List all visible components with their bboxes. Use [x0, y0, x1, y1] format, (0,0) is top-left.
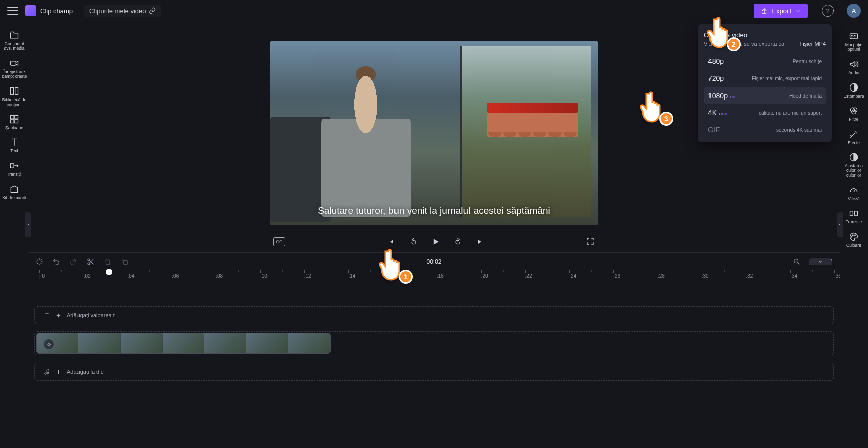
video-track[interactable] — [34, 331, 834, 355]
video-clip[interactable] — [36, 333, 331, 354]
sidebar-item-label: Filtre — [849, 117, 859, 122]
brand-text: Clip champ — [40, 7, 73, 15]
undo-button[interactable] — [51, 257, 61, 267]
sidebar-item-transitions[interactable]: Tranziții — [1, 158, 28, 180]
speaker-icon — [849, 59, 859, 69]
trash-icon — [104, 258, 112, 266]
palette-icon — [849, 232, 859, 242]
skip-start-icon — [387, 238, 396, 246]
chain-icon — [149, 7, 156, 14]
skip-start-button[interactable] — [386, 236, 397, 247]
sidebar-item-text[interactable]: Text — [1, 134, 28, 156]
sidebar-item-fade[interactable]: Estompare — [840, 79, 867, 102]
avatar[interactable]: A — [847, 4, 861, 18]
brand-logo — [25, 5, 36, 16]
text-track-label: Adăugați valoarea t — [67, 312, 115, 318]
quality-option-720p[interactable]: 720p Fișier mai mic, export mai rapid — [704, 70, 826, 87]
sidebar-item-library[interactable]: Bibliotecă de conținut — [1, 83, 28, 110]
svg-rect-10 — [123, 260, 127, 264]
duplicate-button[interactable] — [120, 257, 130, 267]
fade-icon — [849, 82, 859, 93]
forward-button[interactable] — [452, 236, 463, 247]
wand-icon — [849, 129, 859, 139]
sidebar-item-filters[interactable]: Filtre — [840, 103, 867, 125]
text-icon — [44, 312, 50, 319]
audio-track-label: Adăugați la die — [67, 369, 104, 375]
timeline-collapse[interactable] — [809, 258, 832, 265]
redo-icon — [69, 258, 77, 266]
quality-badge: UHD — [719, 112, 727, 116]
sidebar-item-brandkit[interactable]: Kit de marcă — [1, 181, 28, 203]
audio-track[interactable]: Adăugați la die — [34, 363, 834, 381]
quality-option-1080p[interactable]: 1080pHD Hoed de înaltă — [704, 87, 826, 104]
fullscreen-button[interactable] — [586, 237, 595, 247]
export-button[interactable]: Export — [754, 4, 808, 18]
skip-end-button[interactable] — [475, 236, 486, 247]
quality-name: 480p — [708, 57, 724, 65]
sidebar-item-label: Tranziție — [846, 220, 862, 224]
brand: Clip champ — [25, 5, 73, 16]
popover-subtitle: Videoclipul dvs. se va exporta ca — [704, 41, 784, 47]
sidebar-item-label: Ajustarea culorilor culorilor — [840, 164, 867, 178]
text-track[interactable]: Adăugați valoarea t — [34, 306, 834, 324]
plus-icon — [55, 312, 62, 319]
svg-point-8 — [88, 259, 90, 261]
sidebar-item-label: Estompare — [843, 94, 864, 99]
svg-point-21 — [851, 236, 852, 237]
sidebar-item-label: Kit de marcă — [2, 196, 26, 200]
sidebar-item-effects[interactable]: Efecte — [840, 126, 867, 148]
right-sidebar: Mai puțin opțiuni Audio Estompare Filtre… — [840, 21, 868, 448]
filter-icon — [849, 106, 859, 116]
clip-audio-icon[interactable] — [44, 339, 54, 349]
sidebar-item-coloradjust[interactable]: Ajustarea culorilor culorilor — [840, 149, 867, 181]
quality-option-4k[interactable]: 4KUHD calitate nu are nici un suport — [704, 104, 826, 121]
quality-desc: Pentru schițe — [793, 59, 822, 64]
sidebar-item-audio[interactable]: Audio — [840, 56, 867, 78]
music-icon — [44, 369, 50, 375]
sidebar-item-label: Culoare — [846, 243, 861, 248]
svg-rect-2 — [15, 88, 18, 95]
svg-point-22 — [853, 235, 854, 236]
sidebar-item-color[interactable]: Culoare — [840, 229, 867, 251]
sidebar-item-record[interactable]: Înregistrare &amp; create — [1, 55, 28, 82]
preview-canvas[interactable]: Salutare tuturor, bun venit la jurnalul … — [270, 41, 598, 225]
play-button[interactable] — [430, 236, 441, 247]
rewind-button[interactable] — [408, 236, 419, 247]
sidebar-item-templates[interactable]: Șabloane — [1, 111, 28, 133]
skip-end-icon — [476, 238, 484, 246]
svg-rect-3 — [11, 116, 14, 119]
sidebar-item-speed[interactable]: Viteză — [840, 182, 867, 204]
right-expander[interactable] — [837, 212, 843, 237]
popover-title: Calitatea video — [704, 31, 826, 39]
menu-icon[interactable] — [7, 7, 18, 15]
playhead[interactable] — [109, 270, 109, 401]
sidebar-item-media[interactable]: Conținutul dvs. media — [1, 27, 28, 54]
cc-toggle[interactable]: CC — [273, 237, 285, 246]
left-sidebar: Conținutul dvs. media Înregistrare &amp;… — [0, 21, 28, 448]
delete-button[interactable] — [103, 257, 113, 267]
breadcrumb-label: Clipurile mele video — [89, 7, 146, 15]
sidebar-item-label: Tranziții — [7, 172, 21, 177]
plus-icon — [55, 369, 62, 375]
quality-option-gif[interactable]: GIF seconds 4K sau mai — [704, 121, 826, 138]
sidebar-item-transition[interactable]: Tranziție — [840, 205, 867, 227]
sidebar-item-label: Șabloane — [5, 126, 23, 130]
magic-button[interactable] — [34, 257, 44, 267]
zoom-out-button[interactable] — [792, 257, 802, 267]
sidebar-item-label: Mai puțin opțiuni — [840, 43, 867, 52]
chevron-right-icon — [26, 222, 30, 227]
timeline-ruler[interactable]: | 0:02:04:06:08:10:12:14:16:18:20:22:24:… — [34, 270, 834, 284]
sidebar-item-captions[interactable]: Mai puțin opțiuni — [840, 28, 867, 55]
split-button[interactable] — [86, 257, 96, 267]
copy-icon — [121, 258, 129, 266]
help-button[interactable]: ? — [822, 5, 834, 17]
quality-option-480p[interactable]: 480p Pentru schițe — [704, 53, 826, 70]
left-expander[interactable] — [25, 212, 31, 237]
export-button-label: Export — [772, 7, 791, 15]
sparkle-icon — [35, 258, 43, 266]
rewind-icon — [410, 238, 418, 246]
redo-button[interactable] — [68, 257, 78, 267]
export-quality-popover: Calitatea video Videoclipul dvs. se va e… — [698, 24, 832, 142]
sidebar-item-label: Viteză — [848, 197, 859, 201]
breadcrumb[interactable]: Clipurile mele video — [84, 5, 161, 17]
